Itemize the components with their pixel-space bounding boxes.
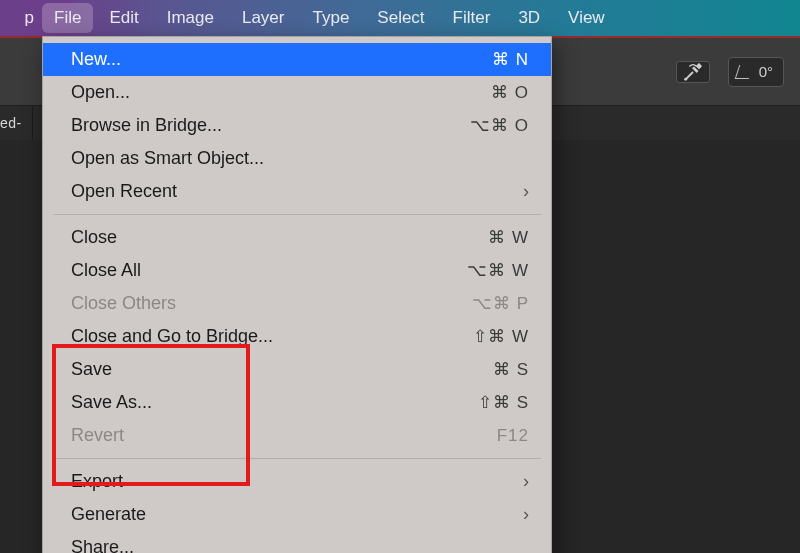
document-tab-stub[interactable]: ed-: [0, 106, 33, 140]
menu-layer[interactable]: Layer: [228, 0, 299, 36]
angle-field[interactable]: 0°: [728, 57, 784, 87]
menu-item-shortcut: ⌘ S: [493, 359, 529, 380]
menu-item-label: New...: [71, 49, 492, 70]
menu-item-label: Export: [71, 471, 523, 492]
chevron-right-icon: ›: [523, 471, 529, 492]
menu-item-shortcut: ⌘ O: [491, 82, 529, 103]
menu-item-revert: RevertF12: [43, 419, 551, 452]
angle-value: 0°: [759, 63, 773, 80]
eyedropper-swatch[interactable]: [676, 61, 710, 83]
menu-view[interactable]: View: [554, 0, 619, 36]
chevron-right-icon: ›: [523, 181, 529, 202]
menu-item-save[interactable]: Save⌘ S: [43, 353, 551, 386]
file-menu-dropdown: New...⌘ NOpen...⌘ OBrowse in Bridge...⌥⌘…: [42, 36, 552, 553]
menu-item-label: Open as Smart Object...: [71, 148, 529, 169]
menu-item-label: Close All: [71, 260, 467, 281]
menu-item-label: Save As...: [71, 392, 478, 413]
menu-item-label: Close and Go to Bridge...: [71, 326, 473, 347]
menu-item-label: Browse in Bridge...: [71, 115, 470, 136]
menu-item-open-smart[interactable]: Open as Smart Object...: [43, 142, 551, 175]
menu-item-browse-bridge[interactable]: Browse in Bridge...⌥⌘ O: [43, 109, 551, 142]
menu-item-close-go-bridge[interactable]: Close and Go to Bridge...⇧⌘ W: [43, 320, 551, 353]
menubar: p FileEditImageLayerTypeSelectFilter3DVi…: [0, 0, 800, 36]
menu-item-close-others: Close Others⌥⌘ P: [43, 287, 551, 320]
menu-item-label: Open...: [71, 82, 491, 103]
menu-item-shortcut: ⌘ N: [492, 49, 529, 70]
menu-item-label: Save: [71, 359, 493, 380]
menu-edit[interactable]: Edit: [95, 0, 152, 36]
menu-item-shortcut: ⌥⌘ W: [467, 260, 529, 281]
chevron-right-icon: ›: [523, 504, 529, 525]
menu-item-export[interactable]: Export›: [43, 465, 551, 498]
eyedropper-icon: [680, 61, 706, 83]
menu-separator: [53, 458, 541, 459]
menu-item-label: Close: [71, 227, 488, 248]
menu-item-shortcut: ⌘ W: [488, 227, 529, 248]
svg-point-0: [684, 77, 687, 80]
menu-item-shortcut: ⌥⌘ O: [470, 115, 529, 136]
menu-file[interactable]: File: [42, 3, 93, 33]
menu-item-shortcut: F12: [497, 426, 529, 446]
menu-item-close[interactable]: Close⌘ W: [43, 221, 551, 254]
menu-item-share[interactable]: Share...: [43, 531, 551, 553]
menu-item-label: Generate: [71, 504, 523, 525]
menu-item-shortcut: ⇧⌘ W: [473, 326, 529, 347]
menu-select[interactable]: Select: [363, 0, 438, 36]
menu-item-shortcut: ⇧⌘ S: [478, 392, 529, 413]
menu-item-label: Close Others: [71, 293, 472, 314]
menu-image[interactable]: Image: [153, 0, 228, 36]
menu-item-label: Share...: [71, 537, 529, 553]
menu-item-open-recent[interactable]: Open Recent›: [43, 175, 551, 208]
menu-item-save-as[interactable]: Save As...⇧⌘ S: [43, 386, 551, 419]
angle-icon: [734, 65, 753, 79]
menu-3d[interactable]: 3D: [504, 0, 554, 36]
menu-item-close-all[interactable]: Close All⌥⌘ W: [43, 254, 551, 287]
menu-item-open[interactable]: Open...⌘ O: [43, 76, 551, 109]
menu-item-label: Revert: [71, 425, 497, 446]
menu-item-generate[interactable]: Generate›: [43, 498, 551, 531]
app-stub: p: [0, 0, 40, 36]
menu-item-shortcut: ⌥⌘ P: [472, 293, 529, 314]
menu-type[interactable]: Type: [298, 0, 363, 36]
menu-item-label: Open Recent: [71, 181, 523, 202]
menu-item-new[interactable]: New...⌘ N: [43, 43, 551, 76]
menu-separator: [53, 214, 541, 215]
menu-filter[interactable]: Filter: [439, 0, 505, 36]
